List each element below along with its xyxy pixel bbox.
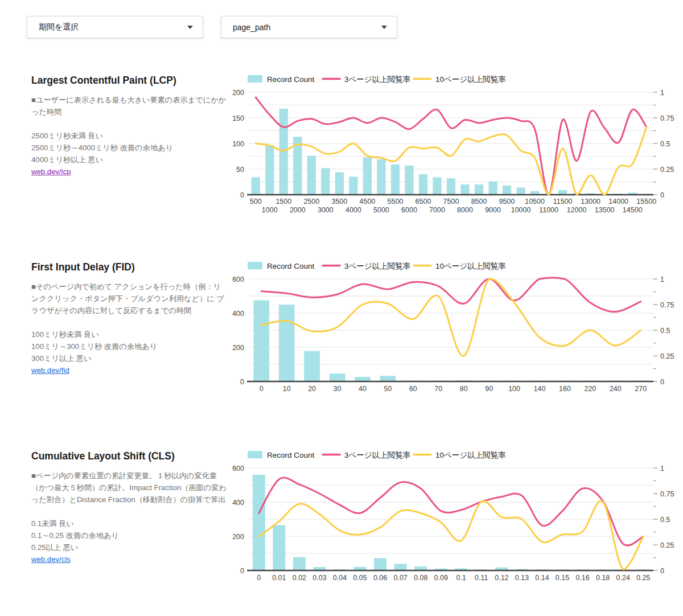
legend-item-10page-rate[interactable]: 10ページ以上閲覧率	[414, 75, 506, 84]
svg-text:3ページ以上閲覧率: 3ページ以上閲覧率	[344, 451, 410, 459]
svg-text:1: 1	[660, 89, 664, 97]
x-axis-labels: 0102030405060708090100140160220240270	[260, 385, 647, 393]
svg-text:600: 600	[232, 465, 244, 473]
right-axis-labels: 00.250.50.751	[653, 465, 674, 575]
svg-text:0.5: 0.5	[660, 327, 670, 335]
cls-doc-link[interactable]: web.dev/cls	[31, 555, 71, 564]
svg-text:0: 0	[660, 378, 664, 386]
x-axis-labels: 5001000150020002500300035004000450050005…	[250, 198, 656, 214]
svg-text:0.13: 0.13	[515, 574, 529, 582]
lcp-doc-link[interactable]: web.dev/lcp	[31, 167, 71, 176]
fid-doc-link[interactable]: web.dev/fid	[31, 366, 69, 375]
svg-text:1: 1	[660, 465, 664, 473]
threshold-needs-improvement: 2500ミリ秒～4000ミリ秒 改善の余地あり	[31, 142, 227, 154]
svg-text:0.03: 0.03	[312, 574, 326, 582]
threshold-good: 100ミリ秒未満 良い	[31, 328, 227, 340]
svg-text:11500: 11500	[553, 198, 573, 206]
lcp-chart-area: Record Count3ページ以上閲覧率10ページ以上閲覧率050100150…	[227, 73, 683, 218]
svg-text:0.24: 0.24	[616, 574, 630, 582]
svg-text:9500: 9500	[499, 198, 515, 206]
left-axis-labels: 0200400600	[232, 465, 244, 575]
svg-text:50: 50	[384, 385, 392, 393]
svg-text:2500: 2500	[303, 198, 319, 206]
lcp-combo-chart: Record Count3ページ以上閲覧率10ページ以上閲覧率050100150…	[227, 73, 683, 218]
svg-text:0.25: 0.25	[660, 166, 674, 174]
svg-text:9000: 9000	[485, 206, 501, 214]
fid-title: First Input Delay (FID)	[31, 261, 227, 273]
fid-section: First Input Delay (FID) ■そのページ内で初めて アクショ…	[0, 260, 683, 397]
svg-text:0.5: 0.5	[660, 140, 670, 148]
svg-text:50: 50	[236, 166, 244, 174]
svg-text:6000: 6000	[401, 206, 417, 214]
date-range-filter-label: 期間を選択	[39, 22, 79, 32]
svg-text:0: 0	[240, 191, 244, 199]
fid-description: ■そのページ内で初めて アクションを行った時（例：リンククリック・ボタン押下・プ…	[31, 281, 227, 317]
left-axis-labels: 050100150200	[232, 89, 244, 199]
legend-item-3page-rate[interactable]: 3ページ以上閲覧率	[323, 262, 410, 270]
svg-text:7000: 7000	[429, 206, 445, 214]
legend-item-3page-rate[interactable]: 3ページ以上閲覧率	[323, 451, 410, 459]
legend-item-3page-rate[interactable]: 3ページ以上閲覧率	[323, 75, 410, 84]
svg-text:0.75: 0.75	[660, 114, 674, 122]
svg-text:3000: 3000	[318, 206, 334, 214]
svg-text:60: 60	[409, 385, 417, 393]
svg-text:3500: 3500	[331, 198, 347, 206]
legend-item-record-count[interactable]: Record Count	[248, 75, 315, 84]
page-path-filter[interactable]: page_path	[221, 16, 397, 38]
svg-text:8500: 8500	[471, 198, 487, 206]
svg-text:240: 240	[610, 385, 622, 393]
cls-description: ■ページ内の要素位置の累計変更量。１秒以内の変化量（かつ最大５秒間）の累計。Im…	[31, 470, 227, 506]
svg-text:2000: 2000	[290, 206, 306, 214]
svg-text:4500: 4500	[359, 198, 375, 206]
svg-text:10000: 10000	[511, 206, 531, 214]
fid-text-block: First Input Delay (FID) ■そのページ内で初めて アクショ…	[31, 260, 227, 376]
svg-text:150: 150	[232, 114, 244, 122]
svg-text:0.14: 0.14	[535, 574, 549, 582]
svg-text:0.11: 0.11	[475, 574, 488, 582]
svg-text:0: 0	[660, 191, 664, 199]
right-axis-labels: 00.250.50.751	[653, 276, 674, 386]
left-axis-labels: 0200400600	[232, 276, 244, 386]
svg-text:0.18: 0.18	[596, 574, 610, 582]
legend-item-10page-rate[interactable]: 10ページ以上閲覧率	[414, 451, 506, 459]
svg-text:0: 0	[240, 378, 244, 386]
threshold-needs-improvement: 100ミリ～300ミリ秒 改善の余地あり	[31, 340, 227, 352]
legend-item-10page-rate[interactable]: 10ページ以上閲覧率	[414, 262, 506, 270]
svg-text:Record Count: Record Count	[267, 75, 315, 84]
x-axis-labels: 00.010.020.030.040.050.060.070.080.090.1…	[257, 574, 650, 582]
lcp-description: ■ユーザーに表示される最も大きい要素の表示までにかかった時間	[31, 94, 227, 118]
lcp-text-block: Largest Contentful Paint (LCP) ■ユーザーに表示さ…	[31, 73, 227, 178]
date-range-filter[interactable]: 期間を選択	[27, 16, 203, 38]
line-10page-rate	[259, 501, 643, 569]
svg-text:40: 40	[359, 385, 367, 393]
svg-text:200: 200	[232, 344, 244, 352]
legend-item-record-count[interactable]: Record Count	[248, 262, 315, 270]
svg-text:0: 0	[660, 567, 664, 575]
svg-text:400: 400	[232, 499, 244, 507]
svg-text:0.05: 0.05	[353, 574, 367, 582]
threshold-poor: 300ミリ以上 悪い	[31, 352, 227, 364]
svg-text:600: 600	[232, 276, 244, 284]
svg-text:0.04: 0.04	[333, 574, 347, 582]
svg-text:140: 140	[534, 385, 546, 393]
svg-text:90: 90	[485, 385, 493, 393]
fid-thresholds: 100ミリ秒未満 良い 100ミリ～300ミリ秒 改善の余地あり 300ミリ以上…	[31, 328, 227, 376]
svg-text:Record Count: Record Count	[267, 451, 315, 459]
cls-chart-area: Record Count3ページ以上閲覧率10ページ以上閲覧率020040060…	[227, 449, 683, 586]
svg-text:1000: 1000	[262, 206, 278, 214]
filter-bar: 期間を選択 page_path	[27, 16, 683, 38]
svg-text:0.07: 0.07	[393, 574, 407, 582]
svg-text:5000: 5000	[373, 206, 389, 214]
svg-text:10ページ以上閲覧率: 10ページ以上閲覧率	[435, 451, 506, 459]
svg-text:0.25: 0.25	[660, 541, 674, 549]
svg-text:6500: 6500	[415, 198, 431, 206]
cls-thresholds: 0.1未満 良い 0.1～0.25 改善の余地あり 0.25以上 悪い web.…	[31, 518, 227, 565]
svg-text:0.75: 0.75	[660, 301, 674, 309]
svg-text:4000: 4000	[345, 206, 361, 214]
legend-item-record-count[interactable]: Record Count	[248, 451, 315, 459]
svg-text:10ページ以上閲覧率: 10ページ以上閲覧率	[435, 75, 506, 84]
chevron-down-icon	[187, 26, 193, 29]
svg-text:70: 70	[434, 385, 442, 393]
svg-text:15500: 15500	[636, 198, 656, 206]
svg-text:30: 30	[334, 385, 342, 393]
